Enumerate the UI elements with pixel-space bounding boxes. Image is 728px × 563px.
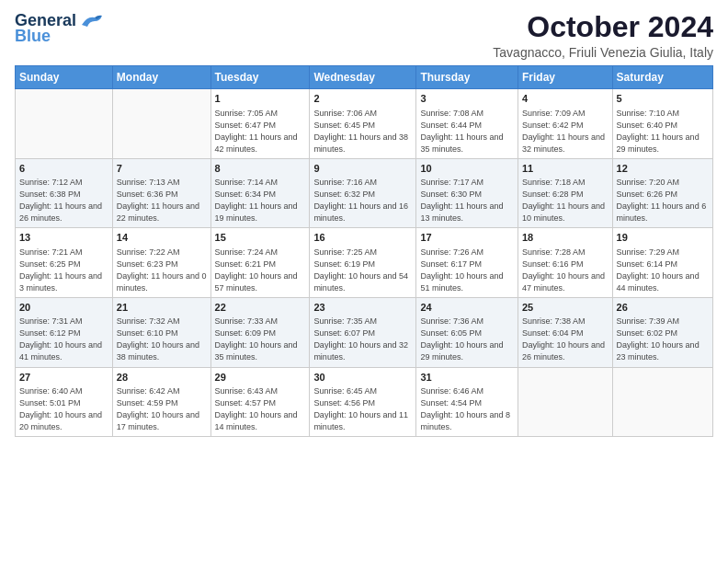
logo: General Blue [15, 11, 104, 46]
day-info: Sunrise: 7:38 AM Sunset: 6:04 PM Dayligh… [522, 316, 609, 363]
calendar-cell: 21Sunrise: 7:32 AM Sunset: 6:10 PM Dayli… [112, 297, 210, 367]
day-number: 9 [313, 162, 412, 176]
calendar-cell: 6Sunrise: 7:12 AM Sunset: 6:38 PM Daylig… [16, 158, 113, 228]
day-number: 16 [313, 231, 412, 245]
day-info: Sunrise: 7:10 AM Sunset: 6:40 PM Dayligh… [617, 108, 709, 155]
day-info: Sunrise: 7:22 AM Sunset: 6:23 PM Dayligh… [117, 247, 207, 294]
day-number: 21 [117, 301, 207, 315]
day-number: 8 [215, 162, 306, 176]
calendar-cell [16, 89, 113, 159]
day-number: 3 [420, 92, 514, 106]
day-info: Sunrise: 7:14 AM Sunset: 6:34 PM Dayligh… [215, 177, 306, 224]
day-number: 11 [522, 162, 609, 176]
calendar-cell: 4Sunrise: 7:09 AM Sunset: 6:42 PM Daylig… [518, 89, 612, 159]
week-row-1: 1Sunrise: 7:05 AM Sunset: 6:47 PM Daylig… [16, 89, 713, 159]
day-info: Sunrise: 7:24 AM Sunset: 6:21 PM Dayligh… [215, 247, 306, 294]
day-number: 4 [522, 92, 609, 106]
day-number: 7 [117, 162, 207, 176]
header-row: SundayMondayTuesdayWednesdayThursdayFrid… [16, 66, 713, 89]
calendar-cell: 16Sunrise: 7:25 AM Sunset: 6:19 PM Dayli… [310, 228, 416, 298]
day-info: Sunrise: 7:09 AM Sunset: 6:42 PM Dayligh… [522, 108, 609, 155]
day-number: 29 [215, 371, 306, 385]
day-number: 6 [19, 162, 108, 176]
week-row-3: 13Sunrise: 7:21 AM Sunset: 6:25 PM Dayli… [16, 228, 713, 298]
calendar-cell: 10Sunrise: 7:17 AM Sunset: 6:30 PM Dayli… [416, 158, 518, 228]
calendar-cell: 18Sunrise: 7:28 AM Sunset: 6:16 PM Dayli… [518, 228, 612, 298]
page-title: October 2024 [493, 11, 713, 43]
day-number: 18 [522, 231, 609, 245]
day-number: 17 [420, 231, 514, 245]
day-info: Sunrise: 7:39 AM Sunset: 6:02 PM Dayligh… [617, 316, 709, 363]
day-info: Sunrise: 6:40 AM Sunset: 5:01 PM Dayligh… [19, 385, 108, 433]
calendar-cell: 25Sunrise: 7:38 AM Sunset: 6:04 PM Dayli… [518, 297, 612, 367]
calendar-cell: 27Sunrise: 6:40 AM Sunset: 5:01 PM Dayli… [16, 367, 113, 437]
calendar-cell: 17Sunrise: 7:26 AM Sunset: 6:17 PM Dayli… [416, 228, 518, 298]
header-cell-friday: Friday [518, 66, 612, 89]
calendar-cell: 13Sunrise: 7:21 AM Sunset: 6:25 PM Dayli… [16, 228, 113, 298]
day-info: Sunrise: 6:46 AM Sunset: 4:54 PM Dayligh… [420, 385, 514, 433]
day-info: Sunrise: 7:08 AM Sunset: 6:44 PM Dayligh… [420, 108, 514, 155]
calendar-cell: 11Sunrise: 7:18 AM Sunset: 6:28 PM Dayli… [518, 158, 612, 228]
day-number: 10 [420, 162, 514, 176]
day-number: 5 [617, 92, 709, 106]
day-info: Sunrise: 7:33 AM Sunset: 6:09 PM Dayligh… [215, 316, 306, 363]
header-cell-tuesday: Tuesday [210, 66, 310, 89]
header-cell-wednesday: Wednesday [310, 66, 416, 89]
week-row-5: 27Sunrise: 6:40 AM Sunset: 5:01 PM Dayli… [16, 367, 713, 437]
day-number: 20 [19, 301, 108, 315]
page-subtitle: Tavagnacco, Friuli Venezia Giulia, Italy [493, 45, 713, 60]
calendar-cell: 3Sunrise: 7:08 AM Sunset: 6:44 PM Daylig… [416, 89, 518, 159]
calendar-cell: 8Sunrise: 7:14 AM Sunset: 6:34 PM Daylig… [210, 158, 310, 228]
calendar-cell [112, 89, 210, 159]
calendar-cell: 12Sunrise: 7:20 AM Sunset: 6:26 PM Dayli… [612, 158, 712, 228]
day-number: 12 [617, 162, 709, 176]
header-cell-sunday: Sunday [16, 66, 113, 89]
day-info: Sunrise: 7:06 AM Sunset: 6:45 PM Dayligh… [313, 108, 412, 155]
page: General Blue October 2024 Tavagnacco, Fr… [0, 0, 728, 563]
day-info: Sunrise: 7:17 AM Sunset: 6:30 PM Dayligh… [420, 177, 514, 224]
day-info: Sunrise: 7:31 AM Sunset: 6:12 PM Dayligh… [19, 316, 108, 363]
day-number: 15 [215, 231, 306, 245]
week-row-4: 20Sunrise: 7:31 AM Sunset: 6:12 PM Dayli… [16, 297, 713, 367]
calendar-cell: 28Sunrise: 6:42 AM Sunset: 4:59 PM Dayli… [112, 367, 210, 437]
day-number: 25 [522, 301, 609, 315]
calendar-cell: 15Sunrise: 7:24 AM Sunset: 6:21 PM Dayli… [210, 228, 310, 298]
day-number: 31 [420, 371, 514, 385]
calendar-cell: 26Sunrise: 7:39 AM Sunset: 6:02 PM Dayli… [612, 297, 712, 367]
day-number: 28 [117, 371, 207, 385]
calendar-cell: 22Sunrise: 7:33 AM Sunset: 6:09 PM Dayli… [210, 297, 310, 367]
header-cell-monday: Monday [112, 66, 210, 89]
header-cell-saturday: Saturday [612, 66, 712, 89]
day-info: Sunrise: 7:25 AM Sunset: 6:19 PM Dayligh… [313, 247, 412, 294]
header: General Blue October 2024 Tavagnacco, Fr… [15, 11, 713, 60]
day-info: Sunrise: 7:16 AM Sunset: 6:32 PM Dayligh… [313, 177, 412, 224]
calendar-cell: 2Sunrise: 7:06 AM Sunset: 6:45 PM Daylig… [310, 89, 416, 159]
day-info: Sunrise: 7:20 AM Sunset: 6:26 PM Dayligh… [617, 177, 709, 224]
calendar-table: SundayMondayTuesdayWednesdayThursdayFrid… [15, 65, 713, 437]
calendar-cell: 31Sunrise: 6:46 AM Sunset: 4:54 PM Dayli… [416, 367, 518, 437]
calendar-cell [612, 367, 712, 437]
day-info: Sunrise: 7:21 AM Sunset: 6:25 PM Dayligh… [19, 247, 108, 294]
day-number: 30 [313, 371, 412, 385]
calendar-cell: 30Sunrise: 6:45 AM Sunset: 4:56 PM Dayli… [310, 367, 416, 437]
day-info: Sunrise: 7:28 AM Sunset: 6:16 PM Dayligh… [522, 247, 609, 294]
calendar-cell: 29Sunrise: 6:43 AM Sunset: 4:57 PM Dayli… [210, 367, 310, 437]
calendar-cell: 19Sunrise: 7:29 AM Sunset: 6:14 PM Dayli… [612, 228, 712, 298]
day-number: 22 [215, 301, 306, 315]
day-info: Sunrise: 6:42 AM Sunset: 4:59 PM Dayligh… [117, 385, 207, 433]
day-number: 14 [117, 231, 207, 245]
calendar-cell: 7Sunrise: 7:13 AM Sunset: 6:36 PM Daylig… [112, 158, 210, 228]
calendar-cell: 5Sunrise: 7:10 AM Sunset: 6:40 PM Daylig… [612, 89, 712, 159]
calendar-cell: 20Sunrise: 7:31 AM Sunset: 6:12 PM Dayli… [16, 297, 113, 367]
day-info: Sunrise: 7:18 AM Sunset: 6:28 PM Dayligh… [522, 177, 609, 224]
day-info: Sunrise: 7:35 AM Sunset: 6:07 PM Dayligh… [313, 316, 412, 363]
header-cell-thursday: Thursday [416, 66, 518, 89]
day-number: 2 [313, 92, 412, 106]
day-info: Sunrise: 7:26 AM Sunset: 6:17 PM Dayligh… [420, 247, 514, 294]
logo-bird-icon [78, 12, 104, 30]
week-row-2: 6Sunrise: 7:12 AM Sunset: 6:38 PM Daylig… [16, 158, 713, 228]
calendar-cell [518, 367, 612, 437]
day-info: Sunrise: 6:43 AM Sunset: 4:57 PM Dayligh… [215, 385, 306, 433]
day-info: Sunrise: 7:13 AM Sunset: 6:36 PM Dayligh… [117, 177, 207, 224]
day-number: 1 [215, 92, 306, 106]
